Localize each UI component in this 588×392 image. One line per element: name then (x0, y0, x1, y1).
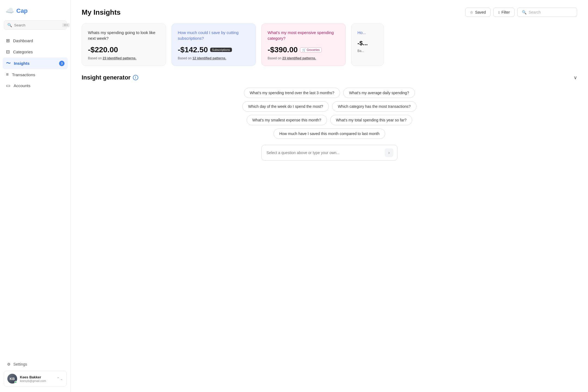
dashboard-icon: ⊞ (6, 38, 10, 44)
patterns-link[interactable]: 23 identified patterns. (103, 56, 136, 60)
top-actions: ☆ Saved ⫶ Filter 🔍 Search (465, 8, 577, 17)
insight-card-2[interactable]: How much could I save by cutting subscri… (171, 23, 256, 66)
pills-row-3: What's my smallest expense this month? W… (247, 115, 412, 125)
search-icon: 🔍 (7, 23, 12, 27)
card-patterns: Based on 23 identified patterns. (268, 56, 339, 60)
nav-items: ⊞ Dashboard ⊟ Categories 〜 Insights 3 ≡ … (0, 34, 71, 356)
card-patterns: Based on 12 identified patterns. (178, 56, 250, 60)
search-input[interactable] (14, 23, 60, 27)
insights-icon: 〜 (6, 60, 11, 66)
section-title-text: Insight generator (82, 74, 131, 81)
user-name: Kees Bakker (20, 375, 54, 379)
card-question: Whats my spending going to look like nex… (88, 30, 160, 41)
pill-spending-trend[interactable]: What's my spending trend over the last 3… (244, 88, 340, 98)
card-question: How much could I save by cutting subscri… (178, 30, 250, 41)
card-amount: -$142.50 Subscriptions (178, 45, 250, 54)
sidebar-bottom: ⚙ Settings KB Kees Bakker keesyb@gmail.c… (0, 356, 71, 392)
sidebar-item-label: Dashboard (13, 38, 33, 43)
pills-row-2: Which day of the week do I spend the mos… (242, 101, 416, 112)
filter-button[interactable]: ⫶ Filter (493, 8, 514, 17)
pill-day-of-week[interactable]: Which day of the week do I spend the mos… (242, 101, 329, 112)
section-header: Insight generator i ∨ (82, 74, 577, 81)
user-chevron-icon: ⌃⌄ (57, 376, 63, 381)
sidebar: ☁️ Cap 🔍 ⌘K ⊞ Dashboard ⊟ Categories 〜 I… (0, 0, 71, 392)
search-shortcut: ⌘K (62, 23, 70, 27)
sidebar-item-transactions[interactable]: ≡ Transactions (3, 69, 68, 80)
question-input-row[interactable]: › (261, 145, 397, 161)
pill-smallest-expense[interactable]: What's my smallest expense this month? (247, 115, 327, 125)
card-question-partial: Ho... (357, 30, 378, 35)
suggestion-pills: What's my spending trend over the last 3… (82, 88, 577, 166)
pill-total-spending[interactable]: What's my total spending this year so fa… (330, 115, 412, 125)
settings-icon: ⚙ (7, 362, 11, 366)
question-input[interactable] (267, 151, 385, 155)
card-tag: Subscriptions (210, 48, 232, 52)
avatar-wrap: KB (7, 374, 17, 384)
main-content: My Insights ☆ Saved ⫶ Filter 🔍 Search Wh… (71, 0, 588, 392)
insights-badge: 3 (59, 61, 65, 66)
accounts-icon: ▭ (6, 83, 10, 88)
categories-icon: ⊟ (6, 49, 10, 55)
insight-card-1[interactable]: Whats my spending going to look like nex… (82, 23, 166, 66)
card-question: What's my most expensive spending catego… (268, 30, 339, 41)
pill-average-daily[interactable]: What's my average daily spending? (343, 88, 415, 98)
sidebar-search[interactable]: 🔍 ⌘K (4, 20, 67, 30)
sidebar-item-label: Accounts (14, 83, 30, 88)
filter-icon: ⫶ (498, 10, 500, 14)
card-tag: 🛒 Groceries (300, 47, 322, 53)
sidebar-item-label: Categories (13, 50, 33, 54)
insight-cards-row: Whats my spending going to look like nex… (71, 17, 588, 69)
logo-icon: ☁️ (5, 7, 14, 15)
section-title: Insight generator i (82, 74, 138, 81)
app-name: Cap (16, 7, 28, 14)
settings-item[interactable]: ⚙ Settings (4, 359, 67, 369)
sidebar-item-insights[interactable]: 〜 Insights 3 (3, 57, 68, 69)
amount-value: -$390.00 (268, 45, 298, 54)
pill-most-transactions[interactable]: Which category has the most transactions… (332, 101, 416, 112)
card-patterns: Based on 23 identified patterns. (88, 56, 160, 60)
amount-value: -$220.00 (88, 45, 118, 54)
sidebar-item-accounts[interactable]: ▭ Accounts (3, 80, 68, 91)
avatar-initials: KB (10, 377, 15, 381)
pills-row-4: How much have I saved this month compare… (274, 128, 385, 139)
user-card[interactable]: KB Kees Bakker keesyb@gmail.com ⌃⌄ (4, 371, 67, 387)
filter-label: Filter (501, 10, 510, 14)
pill-saved-month[interactable]: How much have I saved this month compare… (274, 128, 385, 139)
sidebar-item-dashboard[interactable]: ⊞ Dashboard (3, 35, 68, 46)
insight-card-4-partial[interactable]: Ho... -$... Ba... (351, 23, 384, 66)
card-patterns-partial: Ba... (357, 49, 378, 53)
patterns-link[interactable]: 23 identified patterns. (282, 56, 316, 60)
insight-generator-section: Insight generator i ∨ What's my spending… (71, 69, 588, 169)
insight-card-3[interactable]: What's my most expensive spending catego… (261, 23, 346, 66)
search-placeholder: Search (529, 10, 541, 14)
submit-button[interactable]: › (385, 148, 393, 157)
sidebar-item-categories[interactable]: ⊟ Categories (3, 46, 68, 57)
transactions-icon: ≡ (6, 72, 9, 77)
info-icon[interactable]: i (133, 75, 138, 80)
search-bar[interactable]: 🔍 Search (517, 8, 577, 17)
patterns-link[interactable]: 12 identified patterns. (192, 56, 226, 60)
sidebar-item-label: Insights (14, 61, 30, 66)
saved-label: Saved (475, 10, 486, 14)
page-title: My Insights (82, 8, 121, 17)
star-icon: ☆ (470, 10, 473, 14)
card-amount: -$390.00 🛒 Groceries (268, 45, 339, 54)
chevron-down-icon[interactable]: ∨ (574, 75, 577, 81)
app-logo[interactable]: ☁️ Cap (0, 0, 71, 20)
card-amount-partial: -$... (357, 40, 378, 47)
sidebar-item-label: Transactions (12, 72, 35, 77)
amount-value: -$142.50 (178, 45, 208, 54)
settings-label: Settings (13, 362, 27, 366)
pills-row-1: What's my spending trend over the last 3… (244, 88, 415, 98)
user-info: Kees Bakker keesyb@gmail.com (20, 375, 54, 382)
online-indicator (14, 381, 17, 383)
top-bar: My Insights ☆ Saved ⫶ Filter 🔍 Search (71, 0, 588, 17)
submit-icon: › (388, 150, 390, 155)
card-amount: -$220.00 (88, 45, 160, 54)
user-email: keesyb@gmail.com (20, 379, 54, 382)
saved-button[interactable]: ☆ Saved (465, 8, 491, 17)
search-icon: 🔍 (522, 10, 526, 14)
